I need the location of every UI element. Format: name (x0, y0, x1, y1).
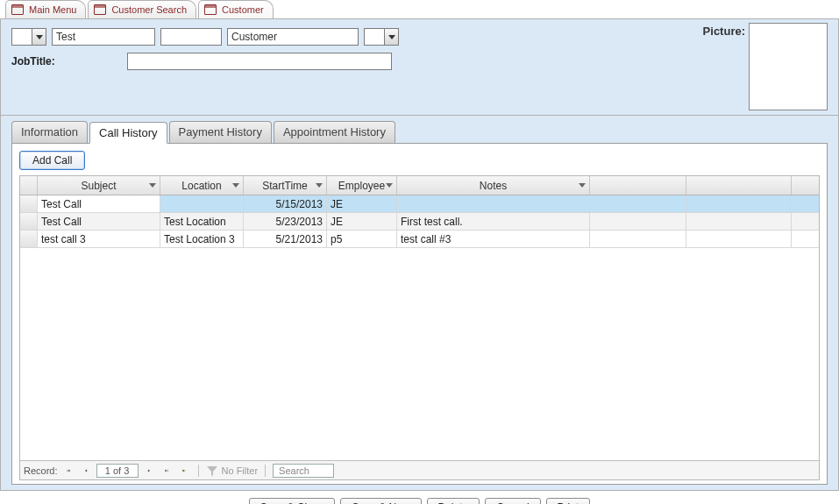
chevron-down-icon (32, 29, 46, 45)
call-history-panel: Add Call Subject Location StartTime Empl… (11, 143, 828, 485)
nav-prev-button[interactable] (79, 464, 93, 478)
chevron-down-icon (232, 183, 239, 188)
subtab-call-history[interactable]: Call History (89, 122, 167, 144)
chevron-down-icon (384, 29, 398, 45)
nav-last-button[interactable] (160, 464, 174, 478)
cell-employee[interactable]: p5 (327, 231, 397, 247)
row-selector[interactable] (20, 213, 38, 230)
cell-subject[interactable]: test call 3 (38, 231, 160, 247)
tab-customer-search[interactable]: Customer Search (88, 0, 196, 18)
tab-label: Customer (222, 4, 264, 15)
column-location[interactable]: Location (160, 176, 244, 195)
form-icon (94, 4, 106, 15)
customer-header: Test Customer JobTitle: Picture: (0, 19, 839, 116)
window-tab-bar: Main Menu Customer Search Customer (0, 0, 839, 19)
row-selector[interactable] (20, 195, 38, 212)
column-subject[interactable]: Subject (38, 176, 160, 195)
cell-start-time[interactable]: 5/23/2013 (244, 213, 327, 230)
cell-notes[interactable]: First test call. (397, 213, 590, 230)
cancel-button[interactable]: Cancel (485, 498, 540, 504)
last-name-field[interactable]: Customer (227, 28, 359, 46)
grid-header: Subject Location StartTime Employee Note… (20, 176, 819, 195)
nav-first-button[interactable] (61, 464, 75, 478)
call-history-grid: Subject Location StartTime Employee Note… (19, 175, 820, 480)
cell-location[interactable] (160, 195, 244, 212)
grid-body[interactable]: Test Call 5/15/2013 JE Test Call Test Lo… (20, 195, 819, 460)
table-row[interactable]: Test Call 5/15/2013 JE (20, 195, 819, 213)
save-close-button[interactable]: Save & Close (249, 498, 336, 504)
cell-subject[interactable]: Test Call (38, 195, 160, 212)
chevron-down-icon (386, 183, 393, 188)
add-call-button[interactable]: Add Call (19, 151, 85, 170)
tab-label: Customer Search (111, 4, 187, 15)
job-title-field[interactable] (127, 53, 392, 70)
tab-label: Main Menu (29, 4, 76, 15)
form-action-bar: Save & Close Save & New Delete Cancel Pr… (0, 491, 839, 504)
job-title-label: JobTitle: (11, 55, 64, 67)
first-name-field[interactable]: Test (52, 28, 155, 46)
chevron-down-icon (579, 183, 586, 188)
cell-location[interactable]: Test Location (160, 213, 244, 230)
cell-employee[interactable]: JE (327, 195, 397, 212)
column-employee[interactable]: Employee (327, 176, 397, 195)
cell-start-time[interactable]: 5/21/2013 (244, 231, 327, 247)
tab-main-menu[interactable]: Main Menu (5, 0, 86, 18)
filter-icon (206, 465, 218, 477)
filter-indicator[interactable]: No Filter (206, 465, 259, 477)
cell-subject[interactable]: Test Call (38, 213, 160, 230)
cell-location[interactable]: Test Location 3 (160, 231, 244, 247)
subtab-appointment-history[interactable]: Appointment History (274, 121, 395, 143)
delete-button[interactable]: Delete (427, 498, 480, 504)
form-icon (204, 4, 217, 15)
tab-customer[interactable]: Customer (198, 0, 274, 18)
middle-name-field[interactable] (160, 28, 222, 46)
record-label: Record: (24, 465, 58, 476)
column-blank[interactable] (590, 176, 686, 195)
cell-notes[interactable] (397, 195, 590, 212)
save-new-button[interactable]: Save & New (340, 498, 421, 504)
table-row[interactable]: Test Call Test Location 5/23/2013 JE Fir… (20, 213, 819, 231)
detail-subtabs: Information Call History Payment History… (0, 116, 839, 491)
grid-search-input[interactable]: Search (273, 464, 334, 478)
picture-label: Picture: (703, 25, 745, 38)
subtab-payment-history[interactable]: Payment History (169, 121, 272, 143)
column-start-time[interactable]: StartTime (244, 176, 327, 195)
record-navigator: Record: 1 of 3 No Filter Search (20, 460, 819, 479)
record-position[interactable]: 1 of 3 (96, 464, 139, 478)
suffix-combo[interactable] (364, 28, 399, 46)
row-selector-header[interactable] (20, 176, 38, 195)
cell-start-time[interactable]: 5/15/2013 (244, 195, 327, 212)
cell-employee[interactable]: JE (327, 213, 397, 230)
chevron-down-icon (149, 183, 156, 188)
nav-next-button[interactable] (142, 464, 156, 478)
table-row[interactable]: test call 3 Test Location 3 5/21/2013 p5… (20, 231, 819, 248)
form-icon (11, 4, 24, 15)
nav-new-button[interactable] (177, 464, 191, 478)
column-blank[interactable] (686, 176, 792, 195)
column-notes[interactable]: Notes (397, 176, 590, 195)
picture-box[interactable] (749, 23, 828, 110)
prefix-combo[interactable] (11, 28, 46, 46)
chevron-down-icon (316, 183, 323, 188)
subtab-information[interactable]: Information (11, 121, 88, 143)
cell-notes[interactable]: test call #3 (397, 231, 590, 247)
row-selector[interactable] (20, 231, 38, 247)
print-button[interactable]: Print (546, 498, 591, 504)
